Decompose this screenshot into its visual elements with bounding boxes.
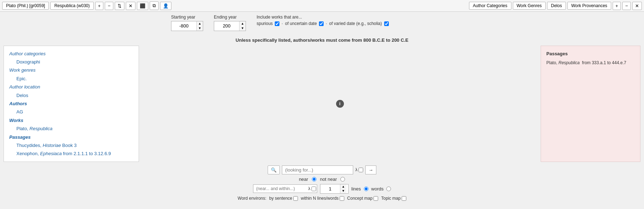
delete-button[interactable]: ✕ — [126, 2, 135, 10]
topic-map-label[interactable]: Topic map — [381, 196, 406, 201]
starting-year-down[interactable]: ▼ — [197, 26, 203, 31]
swap-button[interactable]: ⇅ — [115, 2, 124, 10]
passage-range: from 333.a.1 to 444.e.7 — [579, 60, 626, 65]
hier-historiae-italic: Historiae — [43, 143, 61, 148]
starting-year-input[interactable] — [171, 22, 196, 30]
hier-thucydides-pre: Thucydides, — [16, 143, 43, 148]
hier-doxographi-label: Doxographi — [16, 59, 40, 65]
uncertain-checkbox[interactable] — [319, 21, 324, 26]
date-range-section: Starting year ▲ ▼ Ending year ▲ ▼ Includ… — [0, 12, 644, 34]
delos-button[interactable]: Delos — [547, 2, 566, 10]
by-sentence-text: by sentence — [269, 196, 292, 201]
lines-label: lines — [351, 186, 361, 192]
ending-year-input-wrap: ▲ ▼ — [214, 21, 246, 31]
near-row: near not near — [299, 177, 345, 182]
hier-thucydides-post: Book 3 — [61, 143, 77, 148]
hier-thucydides[interactable]: Thucydides, Historiae Book 3 — [9, 141, 133, 149]
words-radio-group — [386, 187, 391, 191]
passages-panel-title: Passages — [546, 50, 635, 58]
lines-radio-group — [364, 187, 369, 191]
hier-ag-label: AG — [16, 109, 23, 114]
within-n-checkbox[interactable] — [340, 196, 344, 201]
spurious-checkbox[interactable] — [275, 21, 279, 26]
near-radio[interactable] — [312, 177, 316, 182]
hier-work-genres[interactable]: Work genres — [9, 66, 133, 74]
passage-respublica-italic: Respublica — [558, 60, 579, 65]
hier-work-genres-label: Work genres — [9, 67, 36, 73]
hier-authors[interactable]: Authors — [9, 100, 133, 108]
starting-year-up[interactable]: ▲ — [197, 21, 203, 26]
lambda-symbol-near: λ — [308, 186, 310, 191]
hier-passages-label: Passages — [9, 134, 31, 140]
not-near-radio-group — [340, 177, 345, 182]
hier-passages[interactable]: Passages — [9, 133, 133, 141]
topic-map-checkbox[interactable] — [402, 196, 406, 201]
varied-label: of varied date (e.g., scholia) — [329, 21, 382, 26]
hier-delos[interactable]: Delos — [9, 91, 133, 100]
include-label: Include works that are... — [257, 15, 389, 20]
include-checks: spurious · of uncertain date · of varied… — [257, 21, 389, 26]
arrow-button[interactable]: → — [365, 165, 376, 174]
starting-year-label: Starting year — [171, 15, 203, 20]
by-sentence-label[interactable]: by sentence — [269, 196, 298, 201]
by-sentence-checkbox[interactable] — [293, 196, 298, 201]
passage-plato-pre: Plato, — [546, 60, 558, 65]
hier-author-location[interactable]: Author location — [9, 83, 133, 91]
author-button[interactable]: Plato (Phil.) [gr0059] — [2, 2, 49, 10]
save-button[interactable]: ⬛ — [137, 2, 148, 10]
lambda-checkbox-near[interactable] — [311, 187, 316, 191]
add-button[interactable]: + — [95, 2, 104, 10]
hier-author-categories-label: Author categories — [9, 51, 46, 56]
copy-button[interactable]: ⧉ — [150, 1, 159, 10]
near-label: near — [299, 177, 308, 182]
hier-epic[interactable]: Epic. — [9, 75, 133, 83]
uncertain-label: of uncertain date — [285, 21, 317, 26]
count-up[interactable]: ▲ — [340, 184, 346, 189]
lambda-box-near: λ — [307, 186, 318, 191]
search-input[interactable] — [282, 165, 353, 174]
concept-map-checkbox[interactable] — [373, 196, 378, 201]
hier-ag[interactable]: AG — [9, 108, 133, 116]
author-categories-button[interactable]: Author Categories — [469, 2, 511, 10]
hier-xenophon[interactable]: Xenophon, Ephesiaca from 2.1.1.1 to 3.12… — [9, 149, 133, 158]
search-icon-button[interactable]: 🔍 — [268, 165, 280, 174]
right-remove-button[interactable]: − — [622, 2, 631, 10]
varied-checkbox[interactable] — [384, 21, 389, 26]
work-button[interactable]: Respublica (w030) — [50, 2, 93, 10]
work-genres-button[interactable]: Work Genres — [513, 2, 546, 10]
person-button[interactable]: 👤 — [160, 2, 171, 10]
middle-area: i — [143, 46, 537, 162]
dot-1: · — [282, 21, 283, 26]
right-add-button[interactable]: + — [613, 2, 621, 10]
remove-button[interactable]: − — [105, 2, 113, 10]
main-content: Author categories Doxographi Work genres… — [0, 46, 644, 162]
work-provenances-button[interactable]: Work Provenances — [567, 2, 611, 10]
within-n-label[interactable]: within N lines/words — [301, 196, 344, 201]
near-input[interactable] — [253, 185, 307, 193]
ending-year-down[interactable]: ▼ — [239, 26, 246, 31]
lambda-checkbox-search[interactable] — [359, 168, 363, 172]
hier-ephesiaca-italic: Ephesiaca — [40, 151, 62, 156]
starting-year-spinners: ▲ ▼ — [196, 21, 203, 31]
hier-plato-respublica[interactable]: Plato, Respublica — [9, 124, 133, 133]
ending-year-spinners: ▲ ▼ — [239, 21, 246, 31]
hier-author-categories[interactable]: Author categories — [9, 50, 133, 58]
count-input[interactable] — [320, 185, 340, 193]
concept-map-text: Concept map — [347, 196, 372, 201]
count-down[interactable]: ▼ — [340, 189, 346, 193]
hier-doxographi[interactable]: Doxographi — [9, 58, 133, 66]
right-toolbar: Author Categories Work Genres Delos Work… — [469, 2, 642, 10]
not-near-radio[interactable] — [340, 177, 345, 182]
near-input-wrap: λ — [253, 184, 317, 193]
lines-radio[interactable] — [364, 187, 369, 191]
words-radio[interactable] — [386, 187, 391, 191]
starting-year-input-wrap: ▲ ▼ — [171, 21, 203, 31]
near-radio-group — [312, 177, 316, 182]
info-icon[interactable]: i — [336, 100, 344, 108]
top-toolbar: Plato (Phil.) [gr0059] Respublica (w030)… — [0, 0, 644, 12]
hier-works[interactable]: Works — [9, 116, 133, 124]
ending-year-up[interactable]: ▲ — [239, 21, 246, 26]
right-delete-button[interactable]: ✕ — [632, 2, 642, 10]
concept-map-label[interactable]: Concept map — [347, 196, 378, 201]
ending-year-input[interactable] — [214, 22, 239, 30]
